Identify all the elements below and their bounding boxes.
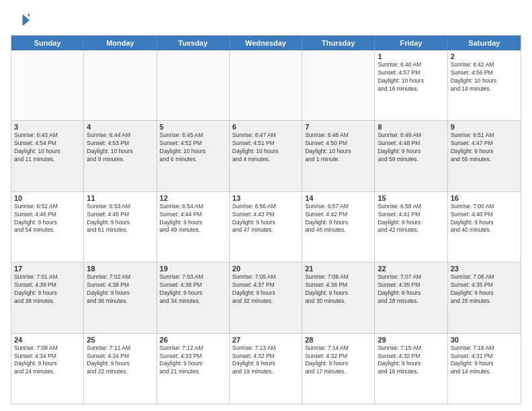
- day-number: 20: [232, 265, 299, 273]
- day-cell-10: 10Sunrise: 6:52 AM Sunset: 4:46 PM Dayli…: [11, 192, 84, 262]
- day-info: Sunrise: 7:07 AM Sunset: 4:35 PM Dayligh…: [378, 273, 444, 306]
- day-number: 8: [378, 123, 444, 131]
- day-cell-23: 23Sunrise: 7:08 AM Sunset: 4:35 PM Dayli…: [448, 263, 521, 332]
- day-number: 21: [305, 265, 371, 273]
- day-cell-16: 16Sunrise: 7:00 AM Sunset: 4:40 PM Dayli…: [448, 192, 521, 262]
- day-number: 7: [305, 123, 371, 131]
- day-info: Sunrise: 6:43 AM Sunset: 4:54 PM Dayligh…: [14, 132, 81, 164]
- day-cell-19: 19Sunrise: 7:03 AM Sunset: 4:38 PM Dayli…: [157, 263, 230, 332]
- day-number: 28: [305, 336, 371, 344]
- day-cell-22: 22Sunrise: 7:07 AM Sunset: 4:35 PM Dayli…: [375, 263, 447, 332]
- day-cell-27: 27Sunrise: 7:13 AM Sunset: 4:32 PM Dayli…: [230, 334, 302, 404]
- day-number: 3: [14, 123, 81, 131]
- empty-cell: [230, 50, 302, 120]
- day-info: Sunrise: 6:56 AM Sunset: 4:43 PM Dayligh…: [232, 203, 299, 235]
- day-number: 14: [305, 194, 371, 202]
- day-info: Sunrise: 6:44 AM Sunset: 4:53 PM Dayligh…: [87, 132, 153, 164]
- day-cell-26: 26Sunrise: 7:12 AM Sunset: 4:33 PM Dayli…: [157, 334, 230, 404]
- calendar-row-2: 3Sunrise: 6:43 AM Sunset: 4:54 PM Daylig…: [11, 121, 521, 191]
- day-info: Sunrise: 6:49 AM Sunset: 4:48 PM Dayligh…: [378, 132, 444, 164]
- day-info: Sunrise: 7:03 AM Sunset: 4:38 PM Dayligh…: [160, 273, 226, 306]
- day-number: 19: [160, 265, 226, 273]
- calendar-row-4: 17Sunrise: 7:01 AM Sunset: 4:39 PM Dayli…: [11, 263, 521, 333]
- calendar-row-5: 24Sunrise: 7:09 AM Sunset: 4:34 PM Dayli…: [11, 334, 521, 404]
- day-number: 13: [232, 194, 299, 202]
- day-info: Sunrise: 7:11 AM Sunset: 4:34 PM Dayligh…: [87, 345, 153, 377]
- day-cell-21: 21Sunrise: 7:06 AM Sunset: 4:36 PM Dayli…: [302, 263, 375, 332]
- day-info: Sunrise: 7:13 AM Sunset: 4:32 PM Dayligh…: [232, 345, 299, 377]
- day-number: 16: [451, 194, 518, 202]
- day-info: Sunrise: 6:45 AM Sunset: 4:52 PM Dayligh…: [160, 132, 226, 164]
- day-cell-9: 9Sunrise: 6:51 AM Sunset: 4:47 PM Daylig…: [448, 121, 521, 191]
- weekday-header-saturday: Saturday: [448, 36, 521, 50]
- day-cell-6: 6Sunrise: 6:47 AM Sunset: 4:51 PM Daylig…: [230, 121, 302, 191]
- day-number: 24: [14, 336, 81, 344]
- day-cell-5: 5Sunrise: 6:45 AM Sunset: 4:52 PM Daylig…: [157, 121, 230, 191]
- day-info: Sunrise: 6:42 AM Sunset: 4:56 PM Dayligh…: [451, 61, 518, 93]
- day-info: Sunrise: 7:02 AM Sunset: 4:38 PM Dayligh…: [87, 273, 153, 306]
- weekday-header-friday: Friday: [375, 36, 447, 50]
- day-info: Sunrise: 7:16 AM Sunset: 4:31 PM Dayligh…: [451, 345, 518, 377]
- day-number: 27: [232, 336, 299, 344]
- day-number: 22: [378, 265, 444, 273]
- weekday-header-sunday: Sunday: [11, 36, 84, 50]
- day-number: 12: [160, 194, 226, 202]
- day-info: Sunrise: 7:09 AM Sunset: 4:34 PM Dayligh…: [14, 345, 81, 377]
- day-info: Sunrise: 7:06 AM Sunset: 4:36 PM Dayligh…: [305, 273, 371, 306]
- weekday-header-monday: Monday: [84, 36, 157, 50]
- day-number: 25: [87, 336, 153, 344]
- day-number: 15: [378, 194, 444, 202]
- calendar-row-3: 10Sunrise: 6:52 AM Sunset: 4:46 PM Dayli…: [11, 192, 521, 263]
- weekday-header-thursday: Thursday: [302, 36, 375, 50]
- day-cell-1: 1Sunrise: 6:40 AM Sunset: 4:57 PM Daylig…: [375, 50, 447, 120]
- calendar-row-1: 1Sunrise: 6:40 AM Sunset: 4:57 PM Daylig…: [11, 50, 521, 121]
- day-info: Sunrise: 7:08 AM Sunset: 4:35 PM Dayligh…: [451, 273, 518, 306]
- day-info: Sunrise: 7:14 AM Sunset: 4:32 PM Dayligh…: [305, 345, 371, 377]
- day-info: Sunrise: 7:01 AM Sunset: 4:39 PM Dayligh…: [14, 273, 81, 306]
- svg-marker-1: [28, 14, 30, 17]
- day-number: 11: [87, 194, 153, 202]
- day-info: Sunrise: 6:40 AM Sunset: 4:57 PM Dayligh…: [378, 61, 444, 93]
- day-cell-14: 14Sunrise: 6:57 AM Sunset: 4:42 PM Dayli…: [302, 192, 375, 262]
- day-cell-12: 12Sunrise: 6:54 AM Sunset: 4:44 PM Dayli…: [157, 192, 230, 262]
- day-number: 23: [451, 265, 518, 273]
- day-info: Sunrise: 7:12 AM Sunset: 4:33 PM Dayligh…: [160, 345, 226, 377]
- logo-icon: [11, 11, 30, 30]
- calendar: SundayMondayTuesdayWednesdayThursdayFrid…: [11, 35, 521, 404]
- calendar-body: 1Sunrise: 6:40 AM Sunset: 4:57 PM Daylig…: [11, 50, 521, 404]
- day-number: 18: [87, 265, 153, 273]
- day-cell-29: 29Sunrise: 7:15 AM Sunset: 4:32 PM Dayli…: [375, 334, 447, 404]
- day-number: 30: [451, 336, 518, 344]
- day-number: 9: [451, 123, 518, 131]
- day-info: Sunrise: 6:57 AM Sunset: 4:42 PM Dayligh…: [305, 203, 371, 235]
- day-info: Sunrise: 7:05 AM Sunset: 4:37 PM Dayligh…: [232, 273, 299, 306]
- header: [11, 11, 521, 30]
- day-cell-7: 7Sunrise: 6:48 AM Sunset: 4:50 PM Daylig…: [302, 121, 375, 191]
- day-number: 4: [87, 123, 153, 131]
- day-cell-25: 25Sunrise: 7:11 AM Sunset: 4:34 PM Dayli…: [84, 334, 157, 404]
- day-cell-18: 18Sunrise: 7:02 AM Sunset: 4:38 PM Dayli…: [84, 263, 157, 332]
- day-cell-17: 17Sunrise: 7:01 AM Sunset: 4:39 PM Dayli…: [11, 263, 84, 332]
- day-info: Sunrise: 6:51 AM Sunset: 4:47 PM Dayligh…: [451, 132, 518, 164]
- day-info: Sunrise: 6:52 AM Sunset: 4:46 PM Dayligh…: [14, 203, 81, 235]
- day-number: 10: [14, 194, 81, 202]
- day-cell-8: 8Sunrise: 6:49 AM Sunset: 4:48 PM Daylig…: [375, 121, 447, 191]
- day-info: Sunrise: 7:00 AM Sunset: 4:40 PM Dayligh…: [451, 203, 518, 235]
- day-cell-11: 11Sunrise: 6:53 AM Sunset: 4:45 PM Dayli…: [84, 192, 157, 262]
- day-info: Sunrise: 6:47 AM Sunset: 4:51 PM Dayligh…: [232, 132, 299, 164]
- day-cell-20: 20Sunrise: 7:05 AM Sunset: 4:37 PM Dayli…: [230, 263, 302, 332]
- calendar-header: SundayMondayTuesdayWednesdayThursdayFrid…: [11, 36, 521, 50]
- day-cell-30: 30Sunrise: 7:16 AM Sunset: 4:31 PM Dayli…: [448, 334, 521, 404]
- svg-marker-0: [23, 14, 30, 26]
- day-cell-2: 2Sunrise: 6:42 AM Sunset: 4:56 PM Daylig…: [448, 50, 521, 120]
- day-info: Sunrise: 6:58 AM Sunset: 4:41 PM Dayligh…: [378, 203, 444, 235]
- day-info: Sunrise: 6:53 AM Sunset: 4:45 PM Dayligh…: [87, 203, 153, 235]
- day-cell-28: 28Sunrise: 7:14 AM Sunset: 4:32 PM Dayli…: [302, 334, 375, 404]
- weekday-header-wednesday: Wednesday: [230, 36, 302, 50]
- day-number: 1: [378, 52, 444, 60]
- day-info: Sunrise: 6:54 AM Sunset: 4:44 PM Dayligh…: [160, 203, 226, 235]
- empty-cell: [11, 50, 84, 120]
- day-number: 29: [378, 336, 444, 344]
- day-info: Sunrise: 6:48 AM Sunset: 4:50 PM Dayligh…: [305, 132, 371, 164]
- empty-cell: [157, 50, 230, 120]
